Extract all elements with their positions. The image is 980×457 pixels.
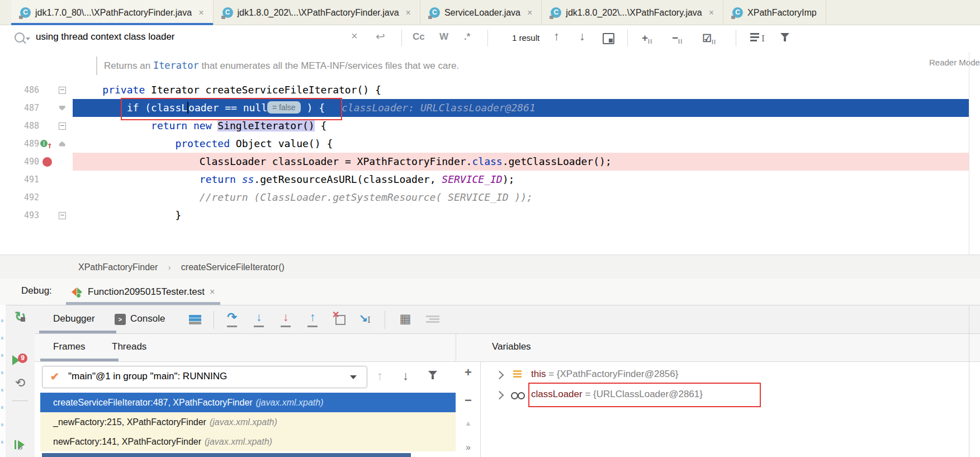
gutter-fold — [55, 87, 69, 94]
evaluate-expression-button[interactable]: ▦ — [397, 310, 414, 328]
close-icon[interactable]: × — [709, 8, 714, 18]
stack-frame-row[interactable]: createServiceFileIterator:487, XPathFact… — [40, 393, 456, 412]
fold-collapse-icon[interactable] — [59, 123, 66, 130]
add-watch-icon[interactable]: + — [456, 365, 481, 380]
code-line[interactable]: 492//return (ClassLoader.getSystemResour… — [0, 189, 969, 206]
select-all-occurrences-icon[interactable] — [603, 33, 614, 44]
step-into-button[interactable]: ↓ — [250, 310, 267, 328]
more-actions-chevrons[interactable]: » — [6, 442, 35, 453]
tab-debugger[interactable]: Debugger — [53, 313, 95, 324]
search-input[interactable]: using thread context class loader — [36, 31, 175, 43]
stack-frame-row[interactable]: _newFactory:215, XPathFactoryFinder(java… — [40, 412, 456, 432]
scroll-up-icon[interactable]: ▲ — [456, 419, 481, 427]
gutter-marks — [39, 157, 55, 167]
badge-9: 9 — [18, 354, 27, 363]
code-line-body[interactable]: private Iterator createServiceFileIterat… — [73, 81, 969, 99]
code-token: private — [102, 84, 145, 96]
editor-tab[interactable]: CXPathFactoryImp — [723, 0, 826, 25]
breakpoint-icon[interactable] — [42, 157, 52, 167]
code-token: new — [193, 120, 212, 131]
clear-search-icon[interactable]: × — [351, 30, 358, 43]
editor-tab[interactable]: Cjdk1.7.0_80\...\XPathFactoryFinder.java… — [11, 0, 214, 25]
code-token: { — [315, 120, 327, 131]
variable-row[interactable]: classLoader = {URLClassLoader@2861} — [481, 385, 969, 405]
code-line-body[interactable]: ClassLoader classLoader = XPathFactoryFi… — [73, 153, 969, 171]
tab-console[interactable]: Console — [130, 313, 165, 324]
expand-chevron-icon[interactable] — [495, 371, 504, 380]
code-line[interactable]: 491return ss.getResourceAsURL(classLoade… — [0, 171, 969, 189]
code-line-body[interactable]: return ss.getResourceAsURL(classLoader, … — [73, 171, 969, 189]
debug-session-tab[interactable]: Function2095015Tester.test × — [66, 279, 220, 305]
editor-scrollbar-track[interactable] — [969, 52, 969, 255]
step-over-button[interactable]: ↷ — [224, 310, 240, 328]
tab-bar: Cjdk1.7.0_80\...\XPathFactoryFinder.java… — [0, 0, 980, 25]
fold-collapse-icon[interactable] — [59, 87, 66, 94]
debug-toolwindow-header: Debug: Function2095015Tester.test × — [0, 279, 980, 305]
remove-occurrence-icon[interactable]: −II — [672, 32, 683, 45]
reader-mode-label[interactable]: Reader Mode — [929, 58, 980, 67]
next-occurrence-icon[interactable]: ↓ — [579, 30, 585, 43]
breadcrumb-method[interactable]: createServiceFileIterator() — [181, 262, 285, 272]
force-step-into-button[interactable]: ↓ — [277, 310, 294, 328]
variable-name: this — [531, 369, 546, 379]
frame-down-icon[interactable]: ↓ — [403, 369, 409, 383]
implements-method-icon[interactable]: I↑ — [40, 139, 54, 149]
tab-threads[interactable]: Threads — [112, 341, 146, 352]
rerun-button[interactable]: ↻ — [6, 310, 35, 323]
lock-icon — [550, 16, 553, 19]
filter-search-lines-icon[interactable]: I — [750, 33, 767, 43]
whole-words-toggle[interactable]: W — [439, 31, 448, 43]
code-editor[interactable]: Returns an Iterator that enumerates all … — [0, 52, 980, 255]
frames-horizontal-scrollbar[interactable] — [42, 453, 411, 457]
code-line[interactable]: 486private Iterator createServiceFileIte… — [0, 81, 969, 99]
search-history-icon[interactable]: ↩ — [376, 30, 385, 43]
gutter: 489I↑ — [0, 135, 73, 153]
search-options-chevron-icon[interactable] — [26, 37, 30, 40]
resume-with-badge-button[interactable]: 9 — [6, 354, 35, 367]
class-icon: C — [429, 7, 440, 18]
fold-collapse-icon[interactable] — [59, 212, 66, 219]
code-line-body[interactable]: } — [73, 206, 969, 224]
fold-region-end-icon[interactable] — [59, 142, 65, 147]
window-edge-strip — [0, 305, 6, 457]
close-icon[interactable]: × — [210, 287, 215, 297]
remove-watch-icon[interactable]: − — [456, 393, 481, 408]
editor-tab[interactable]: Cjdk1.8.0_202\...\XPathFactoryFinder.jav… — [214, 0, 420, 25]
tab-frames[interactable]: Frames — [53, 341, 86, 352]
chevron-down-icon[interactable] — [350, 375, 357, 379]
step-out-button[interactable]: ↑ — [304, 310, 321, 328]
close-icon[interactable]: × — [198, 8, 203, 18]
search-icon[interactable] — [15, 32, 25, 43]
more-chevrons-icon[interactable]: » — [456, 442, 481, 453]
code-line[interactable]: 493} — [0, 206, 969, 224]
restore-frame-icon[interactable]: ⟲ — [6, 377, 35, 389]
editor-tab-label: XPathFactoryImp — [747, 8, 817, 18]
gutter: 491 — [0, 171, 73, 189]
code-token: ClassLoader classLoader = XPathFactoryFi… — [200, 156, 472, 167]
variable-row[interactable]: this = {XPathFactoryFinder@2856} — [481, 365, 969, 385]
code-line[interactable]: 489I↑protected Object value() { — [0, 135, 969, 153]
close-icon[interactable]: × — [406, 8, 411, 18]
expand-chevron-icon[interactable] — [495, 391, 504, 400]
editor-tab[interactable]: Cjdk1.8.0_202\...\XPathFactory.java× — [542, 0, 723, 25]
editor-tab[interactable]: CServiceLoader.java× — [420, 0, 542, 25]
breadcrumb-class[interactable]: XPathFactoryFinder — [78, 262, 158, 272]
frames-tab-underline — [40, 359, 119, 361]
select-all-checkbox-icon[interactable]: ☑II — [702, 32, 716, 45]
code-token — [187, 120, 193, 131]
gutter: 487 — [0, 99, 73, 117]
stack-frame-row[interactable]: newFactory:141, XPathFactoryFinder(javax… — [40, 432, 456, 451]
layout-menu-icon[interactable] — [189, 315, 201, 324]
fold-region-start-icon[interactable] — [59, 106, 65, 111]
add-occurrence-icon[interactable]: +II — [642, 32, 652, 45]
line-number: 487 — [0, 99, 39, 117]
close-icon[interactable]: × — [527, 8, 532, 18]
previous-occurrence-icon[interactable]: ↑ — [553, 30, 560, 43]
code-line-body[interactable]: protected Object value() { — [73, 135, 969, 153]
code-line-body[interactable]: //return (ClassLoader.getSystemResource(… — [73, 189, 969, 206]
match-case-toggle[interactable]: Cc — [413, 31, 425, 43]
code-line[interactable]: 490ClassLoader classLoader = XPathFactor… — [0, 153, 969, 171]
frame-up-icon[interactable]: ↑ — [377, 369, 383, 383]
regex-toggle[interactable]: .* — [464, 31, 470, 43]
thread-selector[interactable]: ✔ "main"@1 in group "main": RUNNING — [42, 366, 367, 388]
